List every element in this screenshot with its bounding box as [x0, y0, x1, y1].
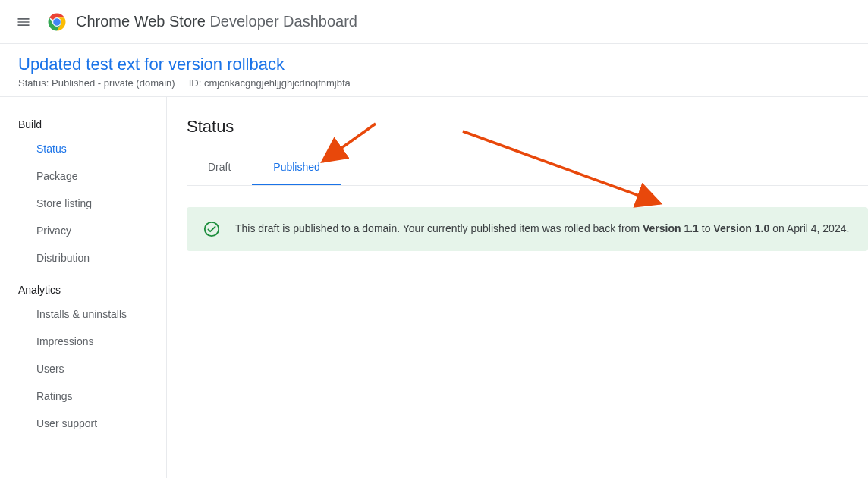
sidebar-item-installs[interactable]: Installs & uninstalls: [0, 300, 166, 328]
banner-version-from: Version 1.1: [643, 222, 699, 234]
banner-middle: to: [699, 222, 713, 234]
topbar: Chrome Web Store Developer Dashboard: [0, 0, 868, 44]
page-title: Status: [187, 117, 868, 137]
status-banner: This draft is published to a domain. You…: [187, 207, 868, 251]
app-title-primary: Chrome Web Store: [76, 13, 206, 30]
sidebar-item-store-listing[interactable]: Store listing: [0, 190, 166, 217]
hamburger-menu-button[interactable]: [9, 8, 38, 36]
item-status-label: Status: Published - private (domain): [18, 77, 175, 89]
app-title-secondary: Developer Dashboard: [209, 13, 357, 30]
sidebar-item-users[interactable]: Users: [0, 355, 166, 382]
tab-draft[interactable]: Draft: [187, 150, 252, 185]
sidebar-section-analytics: Analytics: [0, 279, 166, 300]
chrome-logo-icon: [47, 12, 67, 32]
item-meta: Status: Published - private (domain) ID:…: [18, 77, 850, 89]
sidebar-section-build: Build: [0, 114, 166, 135]
sidebar-item-package[interactable]: Package: [0, 162, 166, 190]
banner-prefix: This draft is published to a domain. You…: [235, 222, 643, 234]
sidebar-item-impressions[interactable]: Impressions: [0, 328, 166, 355]
main-panel: Status Draft Published This draft is pub…: [167, 97, 868, 478]
sidebar-item-distribution[interactable]: Distribution: [0, 244, 166, 272]
item-title-link[interactable]: Updated test ext for version rollback: [18, 55, 850, 74]
banner-version-to: Version 1.0: [713, 222, 769, 234]
content-wrapper: Build Status Package Store listing Priva…: [0, 97, 868, 478]
banner-text: This draft is published to a domain. You…: [235, 222, 849, 237]
item-header: Updated test ext for version rollback St…: [0, 44, 868, 97]
banner-suffix: on April 4, 2024.: [769, 222, 849, 234]
tab-published[interactable]: Published: [252, 150, 341, 185]
sidebar-item-user-support[interactable]: User support: [0, 410, 166, 437]
sidebar-item-ratings[interactable]: Ratings: [0, 382, 166, 410]
tabs: Draft Published: [187, 150, 868, 186]
svg-point-3: [205, 222, 219, 236]
sidebar-item-privacy[interactable]: Privacy: [0, 217, 166, 244]
sidebar-item-status[interactable]: Status: [0, 135, 166, 162]
app-title: Chrome Web Store Developer Dashboard: [76, 13, 357, 30]
hamburger-icon: [16, 14, 31, 30]
sidebar: Build Status Package Store listing Priva…: [0, 97, 167, 478]
check-circle-icon: [203, 221, 220, 237]
item-id-label: ID: cmjcnkacgngjehljjghjcdnojfnmjbfa: [189, 77, 351, 89]
